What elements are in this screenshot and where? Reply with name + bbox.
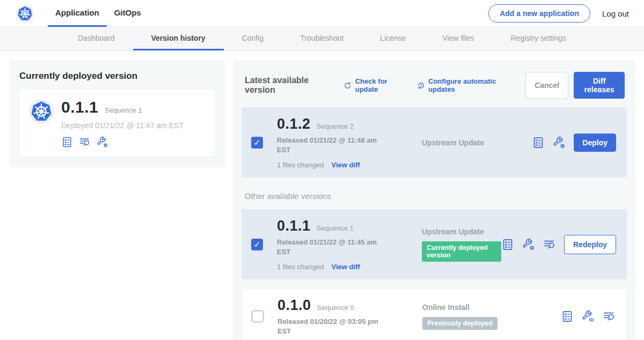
edit-config-icon[interactable] xyxy=(97,136,108,148)
logout-button[interactable]: Log out xyxy=(602,9,629,18)
version-row-0-1-2: ✓ 0.1.2 Sequence 2 Released 01/21/22 @ 1… xyxy=(241,107,627,178)
diff-releases-button[interactable]: Diff releases xyxy=(574,72,625,99)
released-timestamp: Released 01/20/22 @ 03:05 pm EST xyxy=(277,317,385,336)
edit-config-icon[interactable] xyxy=(553,136,566,149)
subnav-item-view-files[interactable]: View files xyxy=(425,27,493,50)
deployed-version-details: 0.1.1 Sequence 1 Deployed 01/21/22 @ 11:… xyxy=(61,98,184,148)
released-timestamp: Released 01/21/22 @ 11:48 am EST xyxy=(277,136,384,154)
subnav-item-config[interactable]: Config xyxy=(224,27,282,50)
version-actions: Deploy xyxy=(532,134,616,152)
available-versions-panel: Latest available version Check for updat… xyxy=(233,60,635,340)
version-checkbox[interactable]: ✓ xyxy=(251,239,263,250)
view-files-icon[interactable] xyxy=(543,238,556,251)
view-files-icon[interactable] xyxy=(603,310,616,323)
currently-deployed-panel: Currently deployed version 0.1.1 Sequenc… xyxy=(9,60,225,167)
subnav-item-dashboard[interactable]: Dashboard xyxy=(60,27,133,50)
version-sequence: Sequence 1 xyxy=(317,224,354,232)
check-for-update-label: Check for update xyxy=(355,77,406,93)
latest-available-title: Latest available version xyxy=(245,76,332,95)
version-source: Upstream Update Currently deployed versi… xyxy=(391,227,501,262)
release-notes-icon[interactable] xyxy=(561,310,574,323)
files-changed-label: 1 files changed xyxy=(277,263,324,271)
version-source: Upstream Update xyxy=(391,138,532,147)
deployed-timestamp: Deployed 01/21/22 @ 11:47 am EST xyxy=(61,121,184,130)
other-available-versions-title: Other available versions xyxy=(245,191,627,201)
configure-automatic-updates-link[interactable]: Configure automatic updates xyxy=(417,77,515,93)
deployed-version-sequence: Sequence 1 xyxy=(105,106,142,114)
main-content: Currently deployed version 0.1.1 Sequenc… xyxy=(0,51,644,340)
deployed-version-number: 0.1.1 xyxy=(61,98,98,116)
view-diff-link[interactable]: View diff xyxy=(331,161,360,169)
release-notes-icon[interactable] xyxy=(61,136,73,148)
top-tab-gitops[interactable]: GitOps xyxy=(107,0,149,27)
version-checkbox[interactable]: ✓ xyxy=(251,137,263,149)
version-actions xyxy=(561,310,616,323)
previously-deployed-badge: Previously deployed xyxy=(422,317,497,330)
subnav-item-version-history[interactable]: Version history xyxy=(133,27,224,50)
files-changed-label: 1 files changed xyxy=(277,161,324,169)
view-config-icon[interactable] xyxy=(582,310,595,323)
version-info: 0.1.2 Sequence 2 Released 01/21/22 @ 11:… xyxy=(277,116,391,169)
refresh-icon xyxy=(343,81,352,90)
currently-deployed-title: Currently deployed version xyxy=(19,71,215,82)
configure-automatic-updates-label: Configure automatic updates xyxy=(428,77,515,93)
redeploy-button[interactable]: Redeploy xyxy=(564,235,616,254)
release-notes-icon[interactable] xyxy=(501,238,514,251)
version-number: 0.1.2 xyxy=(277,116,311,132)
view-files-icon[interactable] xyxy=(79,136,91,148)
version-number: 0.1.1 xyxy=(277,218,311,234)
version-number: 0.1.0 xyxy=(277,297,311,314)
source-label: Upstream Update xyxy=(422,227,501,236)
app-subnav: Dashboard Version history Config Trouble… xyxy=(0,27,644,51)
source-label: Upstream Update xyxy=(422,138,532,147)
release-notes-icon[interactable] xyxy=(532,136,545,149)
version-source: Online Install Previously deployed xyxy=(391,303,561,330)
version-sequence: Sequence 2 xyxy=(317,122,354,130)
top-nav: Application GitOps xyxy=(48,0,149,27)
subnav-item-troubleshoot[interactable]: Troubleshoot xyxy=(282,27,362,50)
add-new-application-button[interactable]: Add a new application xyxy=(488,4,590,23)
version-actions: Redeploy xyxy=(501,235,616,254)
deployed-version-card: 0.1.1 Sequence 1 Deployed 01/21/22 @ 11:… xyxy=(19,90,215,157)
top-bar: Application GitOps Add a new application… xyxy=(0,0,644,27)
version-info: 0.1.0 Sequence 0 Released 01/20/22 @ 03:… xyxy=(277,297,391,336)
auto-update-icon xyxy=(417,81,425,90)
deploy-button[interactable]: Deploy xyxy=(574,134,616,152)
currently-deployed-badge: Currently deployed version xyxy=(422,241,501,262)
version-row-0-1-0: 0.1.0 Sequence 0 Released 01/20/22 @ 03:… xyxy=(241,288,627,340)
source-label: Online Install xyxy=(422,303,561,312)
view-diff-link[interactable]: View diff xyxy=(331,263,360,271)
cancel-button[interactable]: Cancel xyxy=(525,72,568,99)
version-checkbox[interactable] xyxy=(252,311,264,322)
top-tab-application[interactable]: Application xyxy=(48,0,107,27)
check-for-update-link[interactable]: Check for update xyxy=(343,77,406,93)
subnav-item-license[interactable]: License xyxy=(362,27,424,50)
released-timestamp: Released 01/21/22 @ 11:45 am EST xyxy=(277,238,384,256)
kubernetes-logo-icon xyxy=(29,99,54,124)
kubernetes-logo-icon xyxy=(16,5,34,23)
version-row-0-1-1: ✓ 0.1.1 Sequence 1 Released 01/21/22 @ 1… xyxy=(241,209,627,279)
version-info: 0.1.1 Sequence 1 Released 01/21/22 @ 11:… xyxy=(277,218,391,271)
version-sequence: Sequence 0 xyxy=(317,304,354,312)
available-versions-header: Latest available version Check for updat… xyxy=(241,69,627,99)
edit-config-icon[interactable] xyxy=(522,238,535,251)
subnav-item-registry-settings[interactable]: Registry settings xyxy=(493,27,584,50)
